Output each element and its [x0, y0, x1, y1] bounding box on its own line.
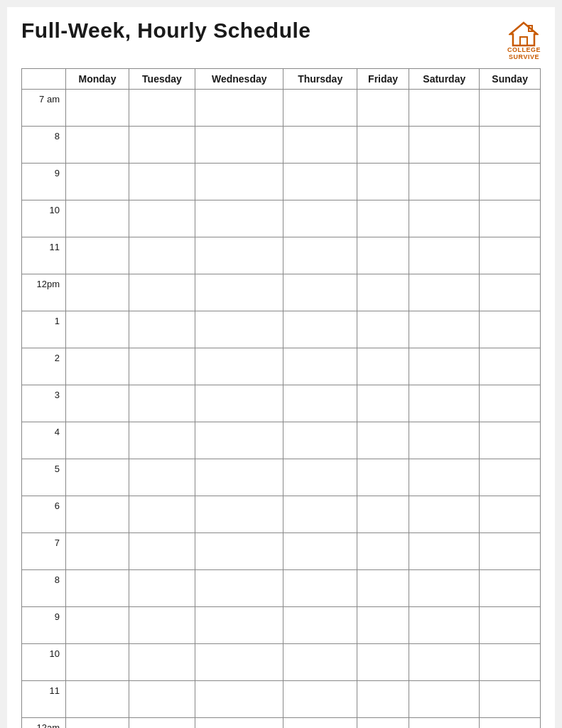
schedule-cell[interactable]	[283, 422, 357, 459]
schedule-cell[interactable]	[283, 274, 357, 311]
schedule-cell[interactable]	[283, 717, 357, 728]
schedule-cell[interactable]	[480, 237, 541, 274]
schedule-cell[interactable]	[66, 643, 129, 680]
schedule-cell[interactable]	[129, 680, 195, 717]
schedule-cell[interactable]	[480, 606, 541, 643]
schedule-cell[interactable]	[480, 459, 541, 496]
schedule-cell[interactable]	[129, 459, 195, 496]
schedule-cell[interactable]	[283, 311, 357, 348]
schedule-cell[interactable]	[283, 680, 357, 717]
schedule-cell[interactable]	[283, 606, 357, 643]
schedule-cell[interactable]	[357, 459, 409, 496]
schedule-cell[interactable]	[283, 348, 357, 385]
schedule-cell[interactable]	[129, 311, 195, 348]
schedule-cell[interactable]	[480, 496, 541, 532]
schedule-cell[interactable]	[283, 385, 357, 422]
schedule-cell[interactable]	[66, 532, 129, 569]
schedule-cell[interactable]	[129, 532, 195, 569]
schedule-cell[interactable]	[409, 643, 480, 680]
schedule-cell[interactable]	[357, 680, 409, 717]
schedule-cell[interactable]	[129, 348, 195, 385]
schedule-cell[interactable]	[195, 311, 283, 348]
schedule-cell[interactable]	[129, 422, 195, 459]
schedule-cell[interactable]	[357, 422, 409, 459]
schedule-cell[interactable]	[66, 200, 129, 237]
schedule-cell[interactable]	[195, 606, 283, 643]
schedule-cell[interactable]	[357, 385, 409, 422]
schedule-cell[interactable]	[283, 89, 357, 126]
schedule-cell[interactable]	[283, 163, 357, 200]
schedule-cell[interactable]	[480, 643, 541, 680]
schedule-cell[interactable]	[480, 532, 541, 569]
schedule-cell[interactable]	[66, 680, 129, 717]
schedule-cell[interactable]	[195, 348, 283, 385]
schedule-cell[interactable]	[66, 237, 129, 274]
schedule-cell[interactable]	[283, 532, 357, 569]
schedule-cell[interactable]	[283, 643, 357, 680]
schedule-cell[interactable]	[283, 200, 357, 237]
schedule-cell[interactable]	[195, 459, 283, 496]
schedule-cell[interactable]	[409, 163, 480, 200]
schedule-cell[interactable]	[195, 200, 283, 237]
schedule-cell[interactable]	[480, 569, 541, 606]
schedule-cell[interactable]	[66, 274, 129, 311]
schedule-cell[interactable]	[480, 422, 541, 459]
schedule-cell[interactable]	[129, 717, 195, 728]
schedule-cell[interactable]	[480, 385, 541, 422]
schedule-cell[interactable]	[195, 385, 283, 422]
schedule-cell[interactable]	[480, 717, 541, 728]
schedule-cell[interactable]	[66, 126, 129, 163]
schedule-cell[interactable]	[409, 274, 480, 311]
schedule-cell[interactable]	[357, 163, 409, 200]
schedule-cell[interactable]	[357, 606, 409, 643]
schedule-cell[interactable]	[66, 459, 129, 496]
schedule-cell[interactable]	[409, 680, 480, 717]
schedule-cell[interactable]	[357, 717, 409, 728]
schedule-cell[interactable]	[195, 126, 283, 163]
schedule-cell[interactable]	[66, 89, 129, 126]
schedule-cell[interactable]	[357, 89, 409, 126]
schedule-cell[interactable]	[357, 569, 409, 606]
schedule-cell[interactable]	[357, 200, 409, 237]
schedule-cell[interactable]	[195, 680, 283, 717]
schedule-cell[interactable]	[195, 643, 283, 680]
schedule-cell[interactable]	[409, 496, 480, 532]
schedule-cell[interactable]	[357, 126, 409, 163]
schedule-cell[interactable]	[357, 496, 409, 532]
schedule-cell[interactable]	[357, 643, 409, 680]
schedule-cell[interactable]	[66, 569, 129, 606]
schedule-cell[interactable]	[409, 200, 480, 237]
schedule-cell[interactable]	[409, 385, 480, 422]
schedule-cell[interactable]	[409, 348, 480, 385]
schedule-cell[interactable]	[480, 163, 541, 200]
schedule-cell[interactable]	[66, 606, 129, 643]
schedule-cell[interactable]	[66, 163, 129, 200]
schedule-cell[interactable]	[195, 237, 283, 274]
schedule-cell[interactable]	[480, 311, 541, 348]
schedule-cell[interactable]	[195, 163, 283, 200]
schedule-cell[interactable]	[283, 569, 357, 606]
schedule-cell[interactable]	[129, 274, 195, 311]
schedule-cell[interactable]	[195, 422, 283, 459]
schedule-cell[interactable]	[357, 274, 409, 311]
schedule-cell[interactable]	[409, 311, 480, 348]
schedule-cell[interactable]	[283, 496, 357, 532]
schedule-cell[interactable]	[129, 643, 195, 680]
schedule-cell[interactable]	[409, 532, 480, 569]
schedule-cell[interactable]	[129, 606, 195, 643]
schedule-cell[interactable]	[409, 459, 480, 496]
schedule-cell[interactable]	[480, 274, 541, 311]
schedule-cell[interactable]	[357, 311, 409, 348]
schedule-cell[interactable]	[409, 717, 480, 728]
schedule-cell[interactable]	[283, 459, 357, 496]
schedule-cell[interactable]	[195, 569, 283, 606]
schedule-cell[interactable]	[129, 569, 195, 606]
schedule-cell[interactable]	[195, 496, 283, 532]
schedule-cell[interactable]	[129, 163, 195, 200]
schedule-cell[interactable]	[409, 606, 480, 643]
schedule-cell[interactable]	[66, 717, 129, 728]
schedule-cell[interactable]	[357, 532, 409, 569]
schedule-cell[interactable]	[195, 532, 283, 569]
schedule-cell[interactable]	[66, 385, 129, 422]
schedule-cell[interactable]	[66, 311, 129, 348]
